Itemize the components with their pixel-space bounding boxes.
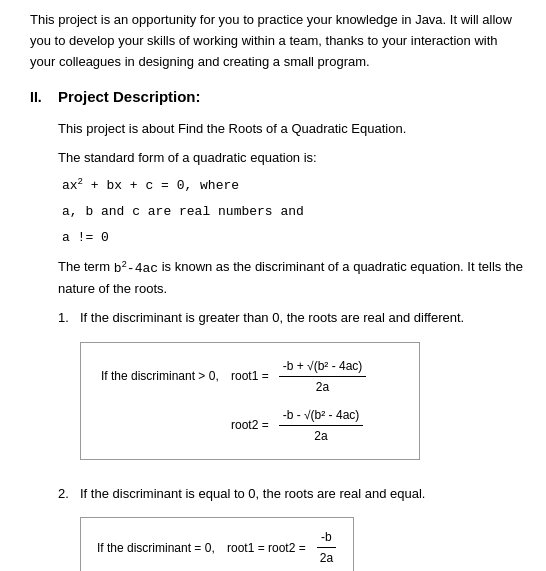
formula-box-2: If the discriminant = 0, root1 = root2 =… <box>80 517 354 571</box>
list-text-2: If the discriminant is equal to 0, the r… <box>80 484 425 504</box>
root1-denominator: 2a <box>312 377 333 396</box>
desc-para1: This project is about Find the Roots of … <box>58 119 526 140</box>
root1-label: root1 = <box>231 367 269 385</box>
root1-numerator: -b + √(b² - 4ac) <box>279 357 367 377</box>
list-item-1-header: 1. If the discriminant is greater than 0… <box>58 308 526 328</box>
section-body: This project is about Find the Roots of … <box>30 119 526 571</box>
intro-paragraph: This project is an opportunity for you t… <box>30 10 526 72</box>
list-item-2-header: 2. If the discriminant is equal to 0, th… <box>58 484 526 504</box>
equation-abc: a, b and c are real numbers and <box>62 202 526 222</box>
root-equal-numerator: -b <box>317 528 336 548</box>
section-title: Project Description: <box>58 86 201 109</box>
root-equal-label: root1 = root2 = <box>227 539 306 557</box>
list-item-1: 1. If the discriminant is greater than 0… <box>58 308 526 472</box>
root-equal-fraction: -b 2a <box>316 528 337 567</box>
formula-box-1: If the discriminant > 0, root1 = -b + √(… <box>80 342 420 460</box>
root2-label: root2 = <box>231 416 269 434</box>
section-header: II. Project Description: <box>30 86 526 109</box>
list-text-1: If the discriminant is greater than 0, t… <box>80 308 464 328</box>
formula-label-discriminant-pos: If the discriminant > 0, <box>101 367 221 385</box>
root-equal-denominator: 2a <box>316 548 337 567</box>
discriminant-prefix: The term <box>58 260 114 275</box>
list-num-2: 2. <box>58 484 74 504</box>
equation-ax2: ax2 + bx + c = 0, where <box>62 176 526 196</box>
root1-fraction: -b + √(b² - 4ac) 2a <box>279 357 367 396</box>
root2-denominator: 2a <box>310 426 331 445</box>
discriminant-para: The term b2-4ac is known as the discrimi… <box>58 257 526 300</box>
root2-fraction: -b - √(b² - 4ac) 2a <box>279 406 364 445</box>
formula-row-root1: If the discriminant > 0, root1 = -b + √(… <box>101 357 399 396</box>
desc-para2: The standard form of a quadratic equatio… <box>58 148 526 169</box>
discriminant-term: b2-4ac <box>114 261 158 276</box>
formula-row-root2: root2 = -b - √(b² - 4ac) 2a <box>101 406 399 445</box>
list-item-2: 2. If the discriminant is equal to 0, th… <box>58 484 526 571</box>
root2-numerator: -b - √(b² - 4ac) <box>279 406 364 426</box>
section-number: II. <box>30 87 50 108</box>
equation-a: a != 0 <box>62 228 526 248</box>
list-num-1: 1. <box>58 308 74 328</box>
formula-label-discriminant-zero: If the discriminant = 0, <box>97 539 217 557</box>
